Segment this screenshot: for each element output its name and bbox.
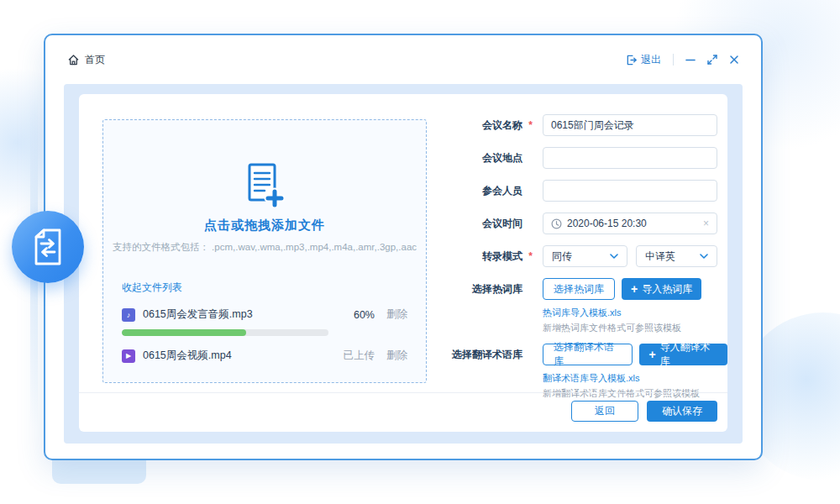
meeting-time-input[interactable]: 2020-06-15 20:30 × bbox=[543, 213, 717, 234]
form-row-transcribe-mode: 转录模式 * 同传 中译英 bbox=[440, 245, 727, 267]
hotword-label: 选择热词库 bbox=[440, 282, 522, 297]
hotword-template-block: 热词库导入模板.xls 新增热词库文件格式可参照该模板 bbox=[543, 307, 727, 334]
file-row-video: ▶ 0615周会视频.mp4 已上传 删除 bbox=[122, 349, 407, 363]
form-row-meeting-time: 会议时间 2020-06-15 20:30 × bbox=[440, 213, 727, 234]
file-transfer-icon bbox=[29, 226, 67, 268]
back-button[interactable]: 返回 bbox=[571, 401, 638, 422]
exit-label: 退出 bbox=[641, 53, 661, 67]
clock-icon bbox=[551, 218, 562, 229]
meeting-time-label: 会议时间 bbox=[440, 217, 522, 231]
plus-icon: + bbox=[648, 349, 655, 360]
app-window: 首页 退出 bbox=[44, 34, 763, 460]
chevron-down-icon bbox=[610, 254, 618, 259]
glossary-template-block: 翻译术语库导入模板.xls 新增翻译术语库文件格式可参照该模板 bbox=[543, 372, 727, 400]
window-controls: 退出 bbox=[626, 53, 739, 67]
file-dropzone[interactable]: 点击或拖拽添加文件 支持的文件格式包括： .pcm,.wav,.wma,.mp3… bbox=[102, 119, 427, 383]
file-row-audio: ♪ 0615周会发言音频.mp3 60% 删除 bbox=[122, 307, 407, 322]
document-add-icon bbox=[103, 162, 426, 211]
mode-select[interactable]: 同传 bbox=[543, 245, 627, 267]
home-icon bbox=[67, 54, 80, 66]
exit-button[interactable]: 退出 bbox=[626, 53, 661, 67]
choose-glossary-button[interactable]: 选择翻译术语库 bbox=[543, 344, 633, 365]
participants-input[interactable] bbox=[543, 180, 717, 202]
hotword-template-hint: 新增热词库文件格式可参照该模板 bbox=[543, 322, 727, 334]
file-transfer-badge bbox=[12, 211, 84, 283]
close-icon[interactable] bbox=[729, 55, 739, 65]
form-row-glossary: 选择翻译术语库 选择翻译术语库 + 导入翻译术库 bbox=[440, 344, 727, 365]
form-row-participants: 参会人员 bbox=[440, 180, 727, 202]
file-list: 收起文件列表 ♪ 0615周会发言音频.mp3 60% 删除 ▶ 0 bbox=[103, 279, 426, 363]
maximize-icon[interactable] bbox=[707, 55, 717, 65]
required-mark: * bbox=[522, 250, 533, 262]
footer-actions: 返回 确认保存 bbox=[571, 401, 717, 422]
titlebar: 首页 退出 bbox=[45, 35, 761, 84]
required-mark: * bbox=[522, 119, 533, 131]
footer-divider bbox=[79, 392, 727, 393]
import-hotword-button[interactable]: + 导入热词库 bbox=[622, 278, 701, 300]
delete-file-button[interactable]: 删除 bbox=[386, 349, 407, 363]
upload-progress-bar bbox=[122, 329, 328, 336]
chevron-down-icon bbox=[700, 254, 708, 259]
form-row-hotword: 选择热词库 选择热词库 + 导入热词库 bbox=[440, 278, 727, 300]
upload-progress-fill bbox=[122, 329, 246, 336]
import-glossary-button[interactable]: + 导入翻译术库 bbox=[639, 344, 727, 365]
supported-formats-hint: 支持的文件格式包括： .pcm,.wav,.wma,.mp3,.mp4,.m4a… bbox=[103, 241, 426, 254]
file-name: 0615周会视频.mp4 bbox=[143, 349, 344, 363]
meeting-location-label: 会议地点 bbox=[440, 151, 522, 165]
hotword-template-link[interactable]: 热词库导入模板.xls bbox=[543, 307, 727, 319]
participants-label: 参会人员 bbox=[440, 184, 522, 198]
file-name: 0615周会发言音频.mp3 bbox=[143, 307, 354, 322]
audio-file-icon: ♪ bbox=[122, 308, 135, 322]
choose-hotword-button[interactable]: 选择热词库 bbox=[543, 278, 615, 300]
home-button[interactable]: 首页 bbox=[67, 53, 105, 67]
plus-icon: + bbox=[631, 283, 638, 295]
collapse-file-list-link[interactable]: 收起文件列表 bbox=[122, 281, 182, 295]
glossary-template-hint: 新增翻译术语库文件格式可参照该模板 bbox=[543, 387, 727, 400]
meeting-location-input[interactable] bbox=[543, 147, 717, 169]
file-status: 已上传 bbox=[344, 349, 375, 363]
logout-icon bbox=[626, 55, 637, 66]
glossary-template-link[interactable]: 翻译术语库导入模板.xls bbox=[543, 372, 727, 385]
home-label: 首页 bbox=[85, 53, 105, 67]
language-select[interactable]: 中译英 bbox=[636, 245, 717, 267]
meeting-name-label: 会议名称 bbox=[440, 118, 522, 133]
confirm-save-button[interactable]: 确认保存 bbox=[647, 401, 717, 422]
video-file-icon: ▶ bbox=[122, 349, 135, 363]
file-status: 60% bbox=[354, 309, 375, 321]
minimize-icon[interactable] bbox=[685, 55, 696, 65]
glossary-label: 选择翻译术语库 bbox=[440, 348, 522, 362]
delete-file-button[interactable]: 删除 bbox=[386, 307, 407, 322]
meeting-form: 会议名称 * 0615部门周会记录 会议地点 参 bbox=[440, 114, 727, 409]
dropzone-title: 点击或拖拽添加文件 bbox=[103, 218, 426, 234]
form-row-meeting-location: 会议地点 bbox=[440, 147, 727, 169]
clear-date-icon[interactable]: × bbox=[703, 218, 709, 228]
transcribe-mode-label: 转录模式 bbox=[440, 249, 522, 264]
content-card: 点击或拖拽添加文件 支持的文件格式包括： .pcm,.wav,.wma,.mp3… bbox=[79, 94, 727, 432]
titlebar-divider bbox=[673, 54, 674, 66]
form-row-meeting-name: 会议名称 * 0615部门周会记录 bbox=[440, 114, 727, 136]
meeting-name-input[interactable]: 0615部门周会记录 bbox=[543, 114, 717, 136]
content-panel: 点击或拖拽添加文件 支持的文件格式包括： .pcm,.wav,.wma,.mp3… bbox=[64, 84, 743, 444]
